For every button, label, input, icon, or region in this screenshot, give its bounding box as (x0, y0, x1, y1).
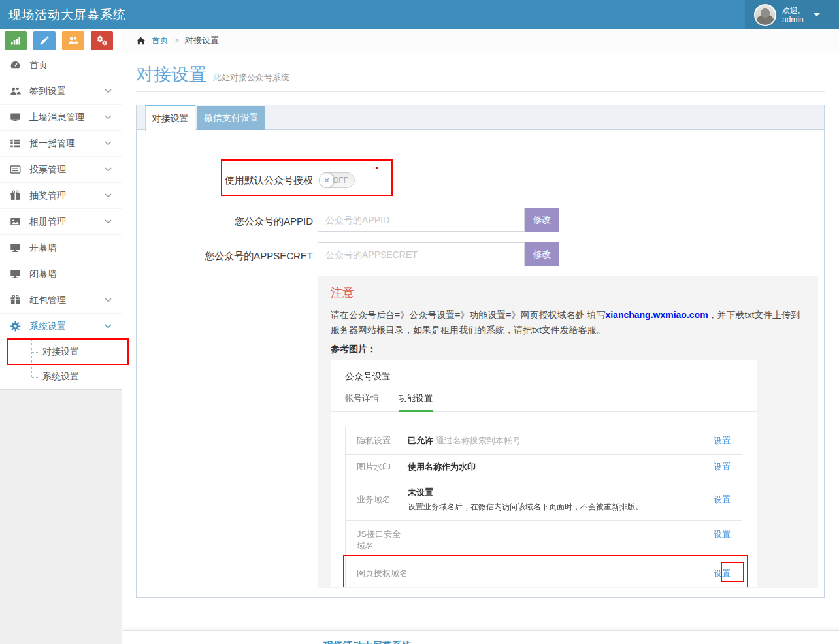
edit-button[interactable] (33, 31, 56, 50)
chevron-down-icon (105, 167, 112, 172)
ref-tab-account-details: 帐号详情 (345, 393, 379, 411)
row-label: 图片水印 (346, 461, 408, 473)
row-value-main: 未设置 (408, 487, 433, 497)
appid-modify-button[interactable]: 修改 (525, 208, 559, 232)
appsecret-input[interactable] (318, 242, 525, 266)
row-value-note: 通过名称搜索到本帐号 (436, 436, 521, 445)
sidebar-item-red-packet[interactable]: 红包管理 (0, 287, 122, 314)
row-action-link: 设置 (714, 494, 742, 506)
domain-link[interactable]: xianchang.wxmiao.com (605, 310, 708, 320)
sidebar-item-closing-wall[interactable]: 闭幕墙 (0, 261, 122, 287)
chevron-down-icon (814, 13, 820, 16)
breadcrumb-home-link[interactable]: 首页 (152, 35, 169, 46)
row-value: 使用名称作为水印 (408, 461, 714, 473)
page-subtitle: 此处对接公众号系统 (213, 72, 289, 84)
tab-bar: 对接设置 微信支付设置 (137, 105, 824, 130)
sidebar-item-label: 系统设置 (29, 321, 66, 332)
monitor-icon (10, 112, 21, 123)
chevron-down-icon (105, 298, 112, 302)
sidebar-subitem-label: 对接设置 (42, 346, 79, 358)
row-value: 未设置设置业务域名后，在微信内访问该域名下页面时，不会被重新排版。 (408, 487, 714, 513)
pencil-icon (39, 35, 50, 46)
row-label: 业务域名 (346, 494, 408, 506)
user-menu[interactable]: 欢迎, admin (745, 0, 839, 29)
welcome-text: 欢迎, (782, 6, 804, 15)
sidebar-item-album[interactable]: 相册管理 (0, 209, 122, 235)
sidebar-item-label: 相册管理 (29, 216, 66, 228)
sidebar-item-label: 签到设置 (29, 86, 66, 97)
tab-connection-settings[interactable]: 对接设置 (145, 105, 195, 131)
sidebar-item-label: 闭幕墙 (29, 268, 57, 280)
quick-toolbar (0, 29, 122, 52)
row-value-main: 已允许 (408, 436, 433, 445)
row-action-link: 设置 (714, 435, 742, 447)
table-row: 隐私设置 已允许 通过名称搜索到本帐号 设置 (346, 427, 742, 455)
appid-input[interactable] (318, 208, 525, 232)
attendees-button[interactable] (62, 31, 84, 50)
sidebar-item-label: 摇一摇管理 (29, 138, 75, 150)
chevron-down-icon (105, 219, 112, 224)
sidebar-item-wall-message[interactable]: 上墙消息管理 (0, 105, 122, 131)
chevron-down-icon (105, 115, 112, 120)
sidebar-item-opening-wall[interactable]: 开幕墙 (0, 235, 122, 261)
sidebar-item-shake[interactable]: 摇一摇管理 (0, 131, 122, 157)
home-icon[interactable] (136, 36, 146, 46)
breadcrumb-separator: > (174, 36, 179, 45)
annotation-dot (376, 167, 378, 169)
page-title: 对接设置 (136, 63, 206, 86)
row-value-desc: 设置业务域名后，在微信内访问该域名下页面时，不会被重新排版。 (408, 502, 714, 513)
users-icon (68, 35, 78, 46)
sidebar-item-label: 抽奖管理 (29, 190, 66, 202)
list-alt-icon (10, 164, 21, 175)
bar-chart-icon (10, 35, 21, 46)
app-header: 现场活动大屏幕系统 欢迎, admin (0, 0, 839, 29)
toggle-state: OFF (333, 173, 348, 187)
notice-heading: 注意 (331, 285, 805, 300)
sidebar-item-home[interactable]: 首页 (0, 52, 122, 78)
notice-box: 注意 请在公众号后台=》公众号设置=》功能设置=》网页授权域名处 填写xianc… (318, 276, 818, 588)
row-label: 网页授权域名 (346, 568, 408, 579)
stats-button[interactable] (5, 31, 27, 50)
row-action-link: 设置 (714, 461, 742, 473)
ref-tabs: 帐号详情 功能设置 (331, 393, 757, 412)
gear-icon (10, 321, 21, 332)
sidebar-item-checkin[interactable]: 签到设置 (0, 78, 122, 105)
row-action-link: 设置 (714, 528, 742, 540)
username: admin (782, 15, 804, 24)
app-title: 现场活动大屏幕系统 (8, 0, 126, 29)
sidebar-item-system-settings[interactable]: 系统设置 (0, 314, 122, 340)
gears-icon (97, 35, 107, 46)
sidebar-subitem-label: 系统设置 (42, 371, 79, 383)
sidebar: 首页 签到设置 上墙消息管理 摇一摇管理 投票管理 抽奖管理 (0, 52, 122, 644)
table-row: 业务域名 未设置设置业务域名后，在微信内访问该域名下页面时，不会被重新排版。 设… (346, 479, 742, 521)
row-label: 隐私设置 (346, 435, 408, 447)
sidebar-subitem-connection-settings[interactable]: 对接设置 (0, 340, 122, 364)
toggle-label: 使用默认公众号授权 (137, 173, 313, 187)
appsecret-label: 您公众号的APPSECRET (137, 249, 313, 263)
x-icon: ✕ (323, 176, 329, 185)
appsecret-modify-button[interactable]: 修改 (525, 242, 559, 266)
sidebar-subitem-system-settings[interactable]: 系统设置 (0, 364, 122, 389)
row-value-main: 使用名称作为水印 (408, 462, 476, 472)
reference-label: 参考图片： (331, 344, 805, 355)
dashboard-icon (10, 59, 21, 71)
avatar[interactable] (754, 4, 776, 26)
title-divider (136, 91, 825, 92)
gift-icon (10, 295, 21, 306)
settings-button[interactable] (91, 31, 113, 50)
ref-settings-table: 隐私设置 已允许 通过名称搜索到本帐号 设置 图片水印 使用名称作为水印 设置 … (345, 427, 742, 587)
gift-icon (10, 190, 21, 201)
sidebar-item-label: 开幕墙 (29, 242, 57, 254)
default-auth-toggle[interactable]: ✕ OFF (319, 172, 355, 188)
sidebar-item-lottery[interactable]: 抽奖管理 (0, 183, 122, 209)
users-icon (10, 86, 21, 97)
row-action-link: 设置 (714, 568, 742, 579)
footer-divider (123, 628, 839, 631)
page-header: 对接设置 此处对接公众号系统 (136, 63, 289, 86)
sidebar-item-vote[interactable]: 投票管理 (0, 157, 122, 183)
row-value: 已允许 通过名称搜索到本帐号 (408, 435, 714, 447)
chevron-down-icon (105, 193, 112, 198)
tab-wechat-pay-settings[interactable]: 微信支付设置 (197, 106, 265, 130)
breadcrumb-current: 对接设置 (185, 35, 219, 46)
sidebar-item-label: 首页 (29, 59, 48, 71)
